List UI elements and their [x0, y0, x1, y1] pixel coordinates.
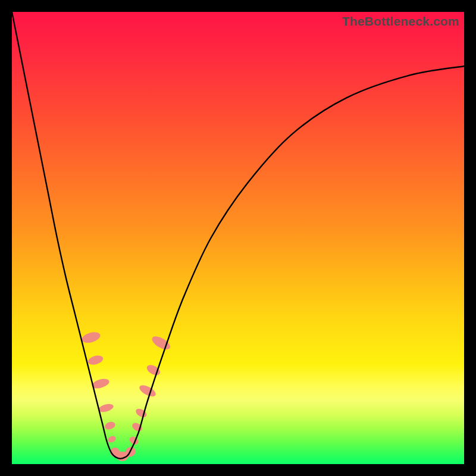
- data-marker: [80, 330, 101, 345]
- outer-frame: TheBottleneck.com: [0, 0, 476, 476]
- data-marker: [104, 421, 116, 431]
- data-marker: [87, 354, 104, 367]
- curve-layer: [12, 12, 464, 464]
- bottleneck-curve: [12, 12, 464, 459]
- marker-group: [80, 330, 172, 461]
- data-marker: [107, 435, 117, 444]
- plot-area: TheBottleneck.com: [12, 12, 464, 464]
- data-marker: [137, 383, 157, 399]
- data-marker: [134, 407, 148, 419]
